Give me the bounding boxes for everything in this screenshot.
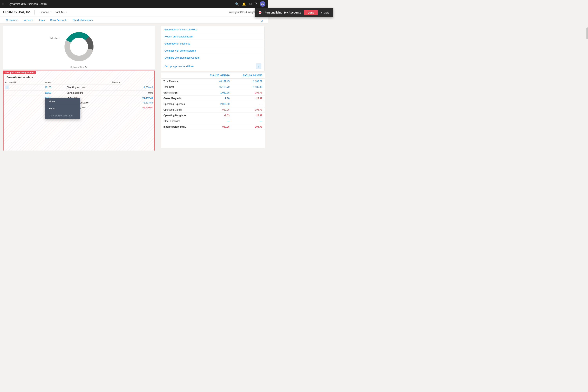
chevron-down-icon: ▾ xyxy=(50,11,50,13)
gs-list-item[interactable]: Report on financial health xyxy=(161,33,264,40)
company-name: CRONUS USA, Inc. xyxy=(3,10,31,14)
fin-row-label: Other Expenses xyxy=(161,118,199,124)
fin-row-label: Gross Margin xyxy=(161,90,199,96)
gs-list-item[interactable]: Get ready for the first invoice xyxy=(161,26,264,33)
fin-table-row: Gross Margin %2.30-24.97 xyxy=(161,96,264,101)
app-title: Dynamics 365 Business Central xyxy=(8,2,232,6)
nav-finance[interactable]: Finance ▾ xyxy=(38,8,52,16)
fin-row-v2: — xyxy=(232,118,264,124)
right-panel: Get ready for the first invoiceReport on… xyxy=(158,24,268,150)
context-menu-item[interactable]: Move xyxy=(45,98,80,105)
gs-list-item[interactable]: Do more with Business Central xyxy=(161,54,264,61)
gs-item-label: Report on financial health xyxy=(164,35,193,38)
fin-col-label xyxy=(161,72,199,78)
fin-row-v1: 45,138.70 xyxy=(199,84,232,90)
gs-list-item[interactable]: Connect with other systems xyxy=(161,47,264,54)
financial-table-wrapper: 03/01/20..03/31/20 04/01/20..04/30/20 To… xyxy=(161,72,264,148)
donut-svg xyxy=(61,29,97,64)
fin-table-row: Gross Margin1,060.75-296.78 xyxy=(161,90,264,96)
fin-row-v1: -939.25 xyxy=(199,107,232,113)
col-balance: Balance xyxy=(65,80,122,84)
top-bar-icons: 🔍 🔔 ⚙ ? BC xyxy=(235,1,266,7)
account-name: Checking account xyxy=(65,84,122,90)
fin-col-2[interactable]: 04/01/20..04/30/20 xyxy=(232,72,264,78)
gs-item-label: Set up approval workflows xyxy=(164,65,194,68)
fin-row-v2: -24.97 xyxy=(232,113,264,118)
chart-label-relecloud: Relecloud xyxy=(50,37,59,39)
fin-table-row: Total Revenue46,199.451,188.62 xyxy=(161,78,264,84)
main-content: Relecloud School of Fine Art This part i… xyxy=(0,24,268,150)
fin-row-v2: — xyxy=(232,101,264,107)
account-name: Saving account xyxy=(65,90,122,96)
fin-row-label: Total Revenue xyxy=(161,78,199,84)
waffle-icon[interactable]: ⊞ xyxy=(2,2,5,6)
fin-row-v2: -296.78 xyxy=(232,124,264,130)
fin-row-v1: — xyxy=(199,118,232,124)
fin-row-v2: -24.97 xyxy=(232,96,264,101)
row-action-button[interactable]: ⋮ xyxy=(5,86,9,90)
gs-list-item[interactable]: Set up approval workflows⋮ xyxy=(161,61,264,71)
fin-row-v2: 1,485.40 xyxy=(232,84,264,90)
tab-bank-accounts[interactable]: Bank Accounts xyxy=(48,17,70,24)
gs-item-label: Get ready for business xyxy=(164,42,190,45)
fin-row-v1: 1,060.75 xyxy=(199,90,232,96)
fin-row-label: Income before Inter... xyxy=(161,124,199,130)
col-acct-no: Account No. ↑ xyxy=(4,80,43,84)
personalizing-text: Personalizing: My Accounts xyxy=(264,11,268,14)
fin-row-v2: -296.78 xyxy=(232,107,264,113)
fin-table-row: Operating Margin %-2.03-24.97 xyxy=(161,113,264,118)
secondary-nav-bar: CRONUS USA, Inc. Finance ▾ Cash M... ▾ I… xyxy=(0,8,268,16)
fin-row-v1: 2.30 xyxy=(199,96,232,101)
tab-vendors[interactable]: Vendors xyxy=(21,17,36,24)
help-icon[interactable]: ? xyxy=(255,2,257,6)
account-balance: -51,750.97 xyxy=(122,105,154,110)
notification-icon[interactable]: 🔔 xyxy=(242,2,246,6)
fin-row-v1: 2,000.00 xyxy=(199,101,232,107)
nav-cash[interactable]: Cash M... ▾ xyxy=(52,8,69,16)
fin-row-label: Operating Expenses xyxy=(161,101,199,107)
settings-icon[interactable]: ⚙ xyxy=(249,2,252,6)
tab-chart-of-accounts[interactable]: Chart of Accounts xyxy=(70,17,96,24)
account-number[interactable]: 10100 xyxy=(43,84,65,90)
chevron-down-icon: ▾ xyxy=(66,11,67,13)
fin-row-label: Operating Margin xyxy=(161,107,199,113)
financial-table: 03/01/20..03/31/20 04/01/20..04/30/20 To… xyxy=(161,72,264,130)
tab-customers[interactable]: Customers xyxy=(3,17,21,24)
account-balance: 72,893.84 xyxy=(122,100,154,105)
fin-row-v1: 46,199.45 xyxy=(199,78,232,84)
gs-item-label: Connect with other systems xyxy=(164,49,196,52)
top-navigation-bar: ⊞ Dynamics 365 Business Central 🔍 🔔 ⚙ ? … xyxy=(0,0,268,8)
tab-items[interactable]: Items xyxy=(36,17,48,24)
gs-item-label: Do more with Business Central xyxy=(164,56,199,59)
table-row: ⋮10100Checking account1,638.40 xyxy=(4,84,154,90)
context-menu-item[interactable]: Show xyxy=(45,105,80,112)
search-icon[interactable]: 🔍 xyxy=(235,2,239,6)
user-avatar[interactable]: BC xyxy=(260,1,266,7)
account-number[interactable]: 10200 xyxy=(43,90,65,96)
fin-col-1[interactable]: 03/01/20..03/31/20 xyxy=(199,72,232,78)
expand-icon[interactable]: ↗ xyxy=(259,20,264,23)
left-panel: Relecloud School of Fine Art This part i… xyxy=(0,24,158,150)
getting-started-list: Get ready for the first invoiceReport on… xyxy=(161,26,264,71)
fin-row-v1: -939.25 xyxy=(199,124,232,130)
gs-item-action-button[interactable]: ⋮ xyxy=(256,63,261,69)
tab-bar: Customers Vendors Items Bank Accounts Ch… xyxy=(0,16,268,24)
donut-chart: Relecloud School of Fine Art xyxy=(61,29,97,64)
chart-label-school: School of Fine Art xyxy=(70,66,88,68)
intelligent-cloud-nav[interactable]: Intelligent Cloud Insights ▾ xyxy=(228,10,258,14)
fin-row-v2: 1,188.62 xyxy=(232,78,264,84)
account-balance: 96,549.23 xyxy=(122,96,154,100)
account-balance: 0.00 xyxy=(122,90,154,96)
hidden-label: This part is currently hidden xyxy=(4,71,36,74)
fin-row-label: Operating Margin % xyxy=(161,113,199,118)
gs-list-item[interactable]: Get ready for business xyxy=(161,40,264,47)
fin-row-v1: -2.03 xyxy=(199,113,232,118)
getting-started-card: Get ready for the first invoiceReport on… xyxy=(161,26,264,71)
fin-table-row: Operating Expenses2,000.00— xyxy=(161,101,264,107)
fin-table-row: Other Expenses—— xyxy=(161,118,264,124)
gs-item-label: Get ready for the first invoice xyxy=(164,28,197,31)
context-menu-item: Clear personalization xyxy=(45,112,80,119)
personalizing-bar: Personalizing: My Accounts Done ∨ More xyxy=(255,8,268,17)
account-balance: 1,638.40 xyxy=(122,84,154,90)
chart-area: Relecloud School of Fine Art xyxy=(3,26,155,69)
